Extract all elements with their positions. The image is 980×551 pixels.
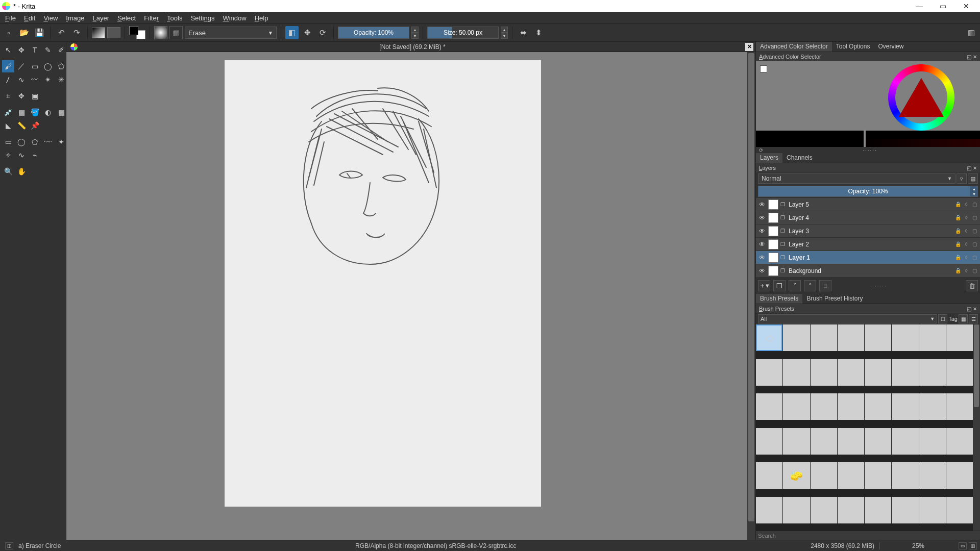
canvas-vertical-scrollbar[interactable]: [747, 52, 755, 540]
brush-preset-cell[interactable]: 〰: [892, 324, 918, 351]
tool-bezier[interactable]: ∿: [15, 73, 28, 86]
status-zoom-fit[interactable]: ▭: [959, 542, 967, 549]
blend-mode-combo[interactable]: Normal ▼: [758, 173, 955, 184]
tool-gradient[interactable]: ◐: [42, 106, 54, 118]
brush-scroll[interactable]: [973, 324, 980, 531]
menu-settings[interactable]: Settings: [186, 13, 218, 23]
tool-polyline[interactable]: 〳: [2, 73, 14, 86]
new-file-button[interactable]: ▫: [2, 26, 15, 39]
add-layer-button[interactable]: ＋▾: [758, 280, 770, 291]
brush-preset-cell[interactable]: 🖊: [946, 393, 973, 420]
brush-preset-cell[interactable]: 〰: [946, 324, 973, 351]
tool-crop[interactable]: ⌗: [2, 90, 14, 102]
menu-file[interactable]: File: [1, 13, 20, 23]
brush-tag-filter[interactable]: All ▼: [758, 314, 937, 323]
layer-lock-icons[interactable]: 🔒◊▢: [954, 228, 978, 234]
brush-preset-cell[interactable]: ●: [756, 462, 782, 489]
brush-preset-cell[interactable]: 🖌: [838, 428, 864, 455]
brush-preset-cell[interactable]: ✏: [783, 359, 810, 386]
tool-select-free[interactable]: 〰: [42, 136, 54, 148]
layers-undock-icon[interactable]: ◱ ✕: [967, 165, 977, 171]
pattern-swatch[interactable]: [107, 27, 120, 38]
layer-row[interactable]: 👁❐Layer 1🔒◊▢: [756, 251, 980, 264]
visibility-icon[interactable]: 👁: [758, 201, 766, 208]
maximize-button[interactable]: ▭: [931, 0, 954, 12]
tool-move[interactable]: ✥: [15, 44, 28, 56]
menu-edit[interactable]: Edit: [20, 13, 39, 23]
tool-move-layer[interactable]: ✥: [15, 90, 28, 102]
brush-preset-cell[interactable]: 🖌: [892, 462, 918, 489]
brush-preset-cell[interactable]: ✏: [811, 359, 837, 386]
duplicate-layer-button[interactable]: ❐: [773, 280, 786, 291]
layer-name[interactable]: Background: [789, 267, 952, 274]
tab-tool-options[interactable]: Tool Options: [832, 42, 874, 52]
brush-preset-cell[interactable]: 〰: [919, 324, 946, 351]
layer-name[interactable]: Layer 3: [789, 228, 952, 235]
tool-line[interactable]: ／: [15, 60, 28, 72]
layer-opacity-slider[interactable]: Opacity: 100% ▲▼: [758, 186, 978, 197]
layer-lock-icons[interactable]: 🔒◊▢: [954, 202, 978, 207]
brush-preset-cell[interactable]: ◇: [756, 324, 782, 351]
tool-dyna[interactable]: ✴: [42, 73, 54, 86]
tool-select-magnetic[interactable]: ⌁: [29, 149, 41, 161]
close-button[interactable]: ✕: [954, 0, 978, 12]
color-history-swatch[interactable]: [760, 65, 767, 72]
tab-brush-presets[interactable]: Brush Presets: [756, 294, 802, 304]
reload-preset-button[interactable]: ⟳: [316, 26, 329, 39]
brush-preset-cell[interactable]: 🖌: [811, 462, 837, 489]
blend-settings-button[interactable]: ▤: [968, 173, 978, 184]
layer-lock-icons[interactable]: 🔒◊▢: [954, 268, 978, 273]
brush-preset-cell[interactable]: ✎: [811, 497, 837, 523]
canvas-viewport[interactable]: [66, 52, 755, 540]
brush-preset-cell[interactable]: 🖊: [811, 393, 837, 420]
brush-preset-cell[interactable]: ↻: [756, 393, 782, 420]
size-spin[interactable]: ▲▼: [501, 27, 508, 39]
visibility-icon[interactable]: 👁: [758, 267, 766, 274]
open-file-button[interactable]: 📂: [17, 26, 31, 39]
layer-lock-icons[interactable]: 🔒◊▢: [954, 255, 978, 260]
redo-button[interactable]: ↷: [70, 26, 83, 39]
tool-select-similar[interactable]: ✦: [55, 136, 67, 148]
shade-strip[interactable]: [756, 139, 980, 147]
tool-multibrush[interactable]: ✳: [55, 73, 67, 86]
menu-layer[interactable]: Layer: [88, 13, 113, 23]
undo-button[interactable]: ↶: [55, 26, 68, 39]
menu-select[interactable]: Select: [113, 13, 140, 23]
tool-transform[interactable]: ↖: [2, 44, 14, 56]
visibility-icon[interactable]: 👁: [758, 241, 766, 248]
brush-preset-cell[interactable]: ✏: [838, 359, 864, 386]
blend-filter-button[interactable]: ▿: [957, 173, 967, 184]
tool-smart-patch[interactable]: ▤: [15, 106, 28, 118]
brush-search-input[interactable]: Search: [756, 531, 980, 540]
minimize-button[interactable]: —: [908, 0, 931, 12]
move-layer-down-button[interactable]: ˅: [789, 280, 801, 291]
tab-brush-history[interactable]: Brush Preset History: [802, 294, 867, 304]
tool-select-bezier[interactable]: ∿: [15, 149, 28, 161]
layer-row[interactable]: 👁❐Layer 3🔒◊▢: [756, 224, 980, 238]
menu-view[interactable]: View: [39, 13, 62, 23]
brush-preset-cell[interactable]: ✎: [946, 497, 973, 523]
size-slider[interactable]: Size: 50.00 px: [427, 27, 499, 39]
menu-image[interactable]: Image: [62, 13, 88, 23]
tool-pan[interactable]: ✋: [15, 165, 28, 178]
tool-transform2[interactable]: ▣: [29, 90, 41, 102]
menu-help[interactable]: Help: [251, 13, 273, 23]
tool-polygon[interactable]: ⬠: [55, 60, 67, 72]
status-zoom[interactable]: 25%: [880, 542, 957, 549]
menu-window[interactable]: Window: [218, 13, 250, 23]
tool-fill[interactable]: 🪣: [29, 106, 41, 118]
menu-tools[interactable]: Tools: [163, 13, 186, 23]
brush-preset-cell[interactable]: ✏: [756, 359, 782, 386]
tab-layers[interactable]: Layers: [756, 153, 782, 163]
brush-preset-cell[interactable]: 〰: [783, 428, 810, 455]
visibility-icon[interactable]: 👁: [758, 214, 766, 221]
save-file-button[interactable]: 💾: [33, 26, 46, 39]
tool-select-polygon[interactable]: ⬠: [29, 136, 41, 148]
brush-preset-cell[interactable]: ✏: [892, 359, 918, 386]
brush-preset-cell[interactable]: 🖌: [865, 428, 891, 455]
brush-preset-cell[interactable]: 🖌: [946, 428, 973, 455]
brush-preset-cell[interactable]: ✏: [919, 359, 946, 386]
move-layer-up-button[interactable]: ˄: [804, 280, 816, 291]
brush-preset-cell[interactable]: 🖊: [838, 393, 864, 420]
brush-preset-cell[interactable]: 🖊: [919, 393, 946, 420]
